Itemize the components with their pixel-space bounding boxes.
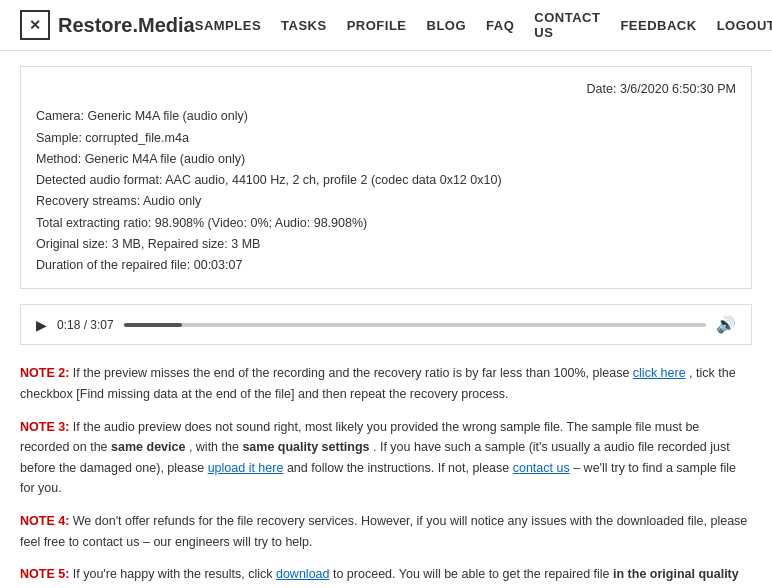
info-line-3: Method: Generic M4A file (audio only) <box>36 149 736 170</box>
info-line-2: Sample: corrupted_file.m4a <box>36 128 736 149</box>
main-nav: SAMPLES TASKS PROFILE BLOG FAQ CONTACT U… <box>195 10 772 40</box>
info-line-6: Total extracting ratio: 98.908% (Video: … <box>36 213 736 234</box>
note-2-text-before: If the preview misses the end of the rec… <box>73 366 633 380</box>
note-3-text-2: , with the <box>189 440 243 454</box>
nav-samples[interactable]: SAMPLES <box>195 18 261 33</box>
play-button[interactable]: ▶ <box>36 317 47 333</box>
info-line-4: Detected audio format: AAC audio, 44100 … <box>36 170 736 191</box>
nav-profile[interactable]: PROFILE <box>347 18 407 33</box>
note-4-label: NOTE 4: <box>20 514 69 528</box>
info-line-7: Original size: 3 MB, Repaired size: 3 MB <box>36 234 736 255</box>
note-3: NOTE 3: If the audio preview does not so… <box>20 417 752 500</box>
main-content: Date: 3/6/2020 6:50:30 PM Camera: Generi… <box>0 51 772 588</box>
note-5-text-2: to proceed. You will be able to get the … <box>333 567 613 581</box>
note-5-link[interactable]: download <box>276 567 330 581</box>
notes-section: NOTE 2: If the preview misses the end of… <box>20 363 752 588</box>
date-line: Date: 3/6/2020 6:50:30 PM <box>36 79 736 100</box>
info-line-8: Duration of the repaired file: 00:03:07 <box>36 255 736 276</box>
info-box: Date: 3/6/2020 6:50:30 PM Camera: Generi… <box>20 66 752 289</box>
note-2-link[interactable]: click here <box>633 366 686 380</box>
nav-feedback[interactable]: FEEDBACK <box>620 18 696 33</box>
note-4: NOTE 4: We don't offer refunds for the f… <box>20 511 752 552</box>
note-3-link-2[interactable]: contact us <box>513 461 570 475</box>
note-3-bold-2: same quality settings <box>242 440 369 454</box>
nav-faq[interactable]: FAQ <box>486 18 514 33</box>
note-4-text: We don't offer refunds for the file reco… <box>20 514 747 549</box>
note-5-bold-1: in the original quality <box>613 567 739 581</box>
note-5: NOTE 5: If you're happy with the results… <box>20 564 752 588</box>
note-5-label: NOTE 5: <box>20 567 69 581</box>
progress-fill <box>124 323 182 327</box>
nav-logout[interactable]: LOGOUT <box>717 18 772 33</box>
time-display: 0:18 / 3:07 <box>57 318 114 332</box>
progress-bar[interactable] <box>124 323 706 327</box>
audio-player: ▶ 0:18 / 3:07 🔊 <box>20 304 752 345</box>
note-3-link-1[interactable]: upload it here <box>208 461 284 475</box>
nav-blog[interactable]: BLOG <box>427 18 467 33</box>
note-3-text-4: and follow the instructions. If not, ple… <box>287 461 513 475</box>
logo[interactable]: ✕ Restore.Media <box>20 10 195 40</box>
note-5-text-1: If you're happy with the results, click <box>73 567 276 581</box>
logo-text: Restore.Media <box>58 14 195 37</box>
volume-icon[interactable]: 🔊 <box>716 315 736 334</box>
nav-contact[interactable]: CONTACT US <box>534 10 600 40</box>
nav-tasks[interactable]: TASKS <box>281 18 327 33</box>
note-2-label: NOTE 2: <box>20 366 69 380</box>
info-line-1: Camera: Generic M4A file (audio only) <box>36 106 736 127</box>
note-3-bold-1: same device <box>111 440 185 454</box>
note-3-label: NOTE 3: <box>20 420 69 434</box>
logo-icon: ✕ <box>20 10 50 40</box>
note-2: NOTE 2: If the preview misses the end of… <box>20 363 752 404</box>
header: ✕ Restore.Media SAMPLES TASKS PROFILE BL… <box>0 0 772 51</box>
info-line-5: Recovery streams: Audio only <box>36 191 736 212</box>
